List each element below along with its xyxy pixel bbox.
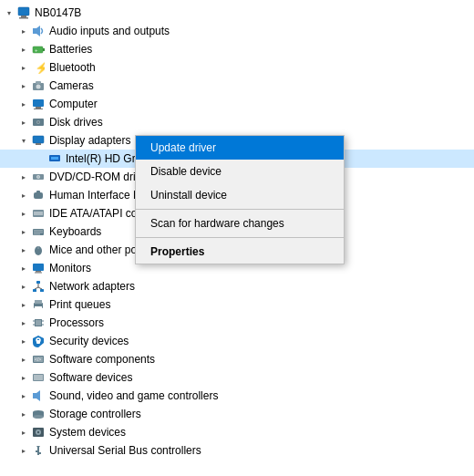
tree-item-disk[interactable]: Disk drives	[0, 113, 474, 131]
svg-rect-45	[35, 300, 42, 304]
svg-rect-30	[34, 230, 43, 232]
chevron-security	[16, 334, 31, 348]
context-menu-item-properties[interactable]: Properties	[136, 240, 344, 264]
audio-label: Audio inputs and outputs	[49, 25, 474, 37]
tree-item-network[interactable]: Network adapters	[0, 277, 474, 295]
printer-icon	[31, 297, 46, 312]
root-label: NB0147B	[35, 6, 474, 19]
context-menu-separator-2	[136, 237, 344, 238]
svg-rect-31	[34, 232, 43, 233]
keyboard-icon	[31, 224, 46, 239]
chevron-bluetooth	[16, 60, 31, 75]
chevron-dvd	[16, 170, 31, 184]
tree-item-batteries[interactable]: + Batteries	[0, 40, 474, 58]
storage-label: Storage controllers	[49, 408, 474, 420]
svg-rect-0	[18, 7, 29, 16]
system-icon	[31, 425, 46, 440]
svg-point-67	[37, 431, 39, 433]
svg-rect-60	[33, 393, 36, 398]
sound-icon	[31, 388, 46, 403]
chevron-keyboards	[16, 224, 31, 239]
context-menu-item-uninstall-device[interactable]: Uninstall device	[136, 183, 344, 207]
tree-root[interactable]: NB0147B	[0, 4, 474, 22]
chevron-audio	[16, 24, 31, 38]
svg-rect-38	[36, 281, 40, 284]
chevron-intel	[33, 151, 47, 166]
chevron-processors	[16, 316, 31, 330]
ide-icon	[31, 206, 46, 221]
software-comp-label: Software components	[49, 353, 474, 366]
computer-label: Computer	[49, 98, 474, 110]
svg-rect-18	[33, 136, 44, 143]
tree-item-security[interactable]: Security devices	[0, 332, 474, 350]
svg-rect-71	[38, 452, 41, 454]
svg-rect-13	[36, 107, 41, 109]
hid-icon	[31, 188, 46, 202]
tree-item-software-comp[interactable]: </> Software components	[0, 350, 474, 368]
svg-rect-3	[33, 28, 36, 34]
context-menu-item-disable-device[interactable]: Disable device	[136, 160, 344, 183]
svg-marker-69	[36, 446, 40, 449]
dvd-icon	[31, 170, 46, 184]
usb-icon	[31, 443, 46, 458]
tree-item-processors[interactable]: Processors	[0, 314, 474, 332]
audio-icon	[31, 24, 46, 38]
svg-point-10	[36, 85, 41, 89]
network-label: Network adapters	[49, 280, 474, 293]
chevron-batteries	[16, 42, 31, 57]
camera-icon	[31, 78, 46, 93]
tree-item-cameras[interactable]: Cameras	[0, 77, 474, 95]
svg-rect-59	[34, 375, 43, 380]
svg-rect-25	[34, 192, 43, 199]
sound-label: Sound, video and game controllers	[49, 389, 474, 402]
svg-rect-1	[21, 16, 26, 17]
svg-point-24	[37, 176, 38, 177]
mouse-icon	[31, 243, 46, 257]
software-dev-label: Software devices	[49, 371, 474, 384]
tree-item-audio[interactable]: Audio inputs and outputs	[0, 22, 474, 40]
tree-item-computer[interactable]: Computer	[0, 95, 474, 113]
svg-rect-70	[36, 450, 38, 452]
network-icon	[31, 279, 46, 294]
bluetooth-icon: ⚡	[31, 60, 46, 75]
svg-rect-39	[33, 289, 36, 292]
tree-item-usb[interactable]: Universal Serial Bus controllers	[0, 441, 474, 460]
tree-item-software-dev[interactable]: Software devices	[0, 368, 474, 387]
chevron-storage	[16, 407, 31, 421]
tree-item-system[interactable]: System devices	[0, 423, 474, 441]
processors-label: Processors	[49, 316, 474, 329]
tree-item-sound[interactable]: Sound, video and game controllers	[0, 387, 474, 405]
svg-rect-14	[34, 109, 43, 109]
context-menu-item-scan-hardware[interactable]: Scan for hardware changes	[136, 212, 344, 235]
svg-rect-40	[40, 289, 44, 292]
processor-icon	[31, 316, 46, 330]
monitor-icon	[31, 261, 46, 275]
svg-rect-21	[51, 157, 58, 160]
context-menu-item-update-driver[interactable]: Update driver	[136, 136, 344, 160]
svg-rect-46	[35, 306, 42, 309]
svg-point-17	[37, 121, 39, 123]
svg-rect-11	[36, 81, 41, 84]
chevron-system	[16, 425, 31, 440]
chevron-disk	[16, 115, 31, 129]
chevron-print	[16, 297, 31, 312]
svg-rect-6	[43, 48, 45, 51]
security-label: Security devices	[49, 335, 474, 347]
svg-text:+: +	[35, 47, 38, 53]
svg-rect-2	[19, 17, 28, 19]
tree-item-bluetooth[interactable]: ⚡ Bluetooth	[0, 58, 474, 77]
batteries-label: Batteries	[49, 43, 474, 56]
chevron-sound	[16, 388, 31, 403]
computer-icon	[16, 5, 31, 20]
svg-marker-61	[36, 390, 40, 401]
usb-label: Universal Serial Bus controllers	[49, 444, 474, 457]
chevron-cameras	[16, 78, 31, 93]
tree-item-storage[interactable]: Storage controllers	[0, 405, 474, 423]
chevron-mice	[16, 243, 31, 257]
svg-rect-19	[36, 143, 41, 145]
tree-item-print[interactable]: Print queues	[0, 295, 474, 314]
software-dev-icon	[31, 370, 46, 385]
svg-rect-48	[36, 320, 41, 326]
disk-icon	[31, 115, 46, 129]
svg-marker-4	[36, 26, 40, 36]
